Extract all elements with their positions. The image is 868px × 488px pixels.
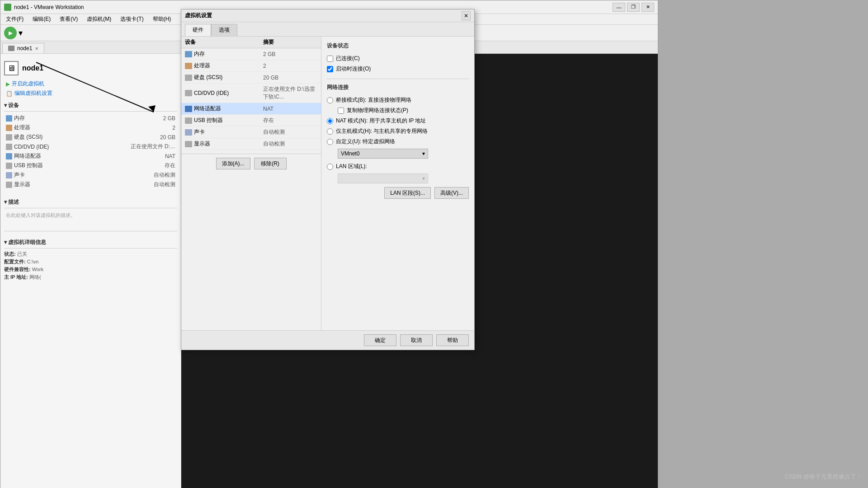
vm-info-title: ▾ 虚拟机详细信息 — [4, 235, 177, 249]
usb-list-icon — [185, 117, 192, 124]
nat-radio-row: NAT 模式(N): 用于共享主机的 IP 地址 — [327, 116, 469, 126]
dialog-close-button[interactable]: ✕ — [462, 11, 471, 20]
toolbar-dropdown[interactable]: ▾ — [19, 28, 23, 38]
action-edit-vm[interactable]: 📋 编辑虚拟机设置 — [4, 89, 177, 98]
connect-on-start-checkbox-row: 启动时连接(O) — [327, 64, 469, 74]
remove-device-button[interactable]: 移除(R) — [254, 158, 287, 169]
cpu-list-icon — [185, 63, 192, 69]
host-only-radio-row: 仅主机模式(H): 与主机共享的专用网络 — [327, 126, 469, 136]
device-item-usb[interactable]: USB 控制器 存在 — [181, 115, 321, 127]
network-list-icon — [185, 106, 192, 112]
custom-radio[interactable] — [327, 139, 333, 145]
sidebar-device-cpu: 处理器 2 — [4, 123, 177, 132]
lan-dropdown-arrow-icon: ▾ — [422, 175, 425, 182]
menu-file[interactable]: 文件(F) — [2, 14, 27, 24]
info-config: 配置文件: C:\vn — [4, 258, 177, 266]
lan-radio-row: LAN 区域(L): — [327, 161, 469, 172]
play-button[interactable]: ▶ — [4, 27, 17, 39]
add-device-button[interactable]: 添加(A)... — [216, 158, 250, 169]
menu-help[interactable]: 帮助(H) — [149, 14, 175, 24]
dialog-footer: 确定 取消 帮助 — [181, 330, 474, 350]
lan-dropdown-row: ▾ — [338, 174, 469, 183]
connected-checkbox[interactable] — [327, 56, 333, 62]
device-item-display[interactable]: 显示器 自动检测 — [181, 138, 321, 150]
nat-label: NAT 模式(N): 用于共享主机的 IP 地址 — [336, 117, 426, 125]
menu-vm[interactable]: 虚拟机(M) — [83, 14, 115, 24]
help-button[interactable]: 帮助 — [436, 334, 469, 346]
replicate-label: 复制物理网络连接状态(P) — [347, 107, 408, 114]
disk-list-icon — [185, 75, 192, 81]
bridge-radio[interactable] — [327, 97, 333, 103]
nat-radio[interactable] — [327, 118, 333, 124]
sidebar-device-disk: 硬盘 (SCSI) 20 GB — [4, 132, 177, 142]
network-icon — [6, 153, 12, 160]
dialog-title-bar: 虚拟机设置 ✕ — [181, 9, 474, 22]
minimize-button[interactable]: — — [613, 3, 625, 12]
host-only-radio[interactable] — [327, 128, 333, 135]
device-item-cdrom[interactable]: CD/DVD (IDE) 正在使用文件 D:\迅雷下轨\C... — [181, 84, 321, 103]
connect-on-start-checkbox[interactable] — [327, 66, 333, 72]
sidebar-device-cdrom: CD/DVD (IDE) 正在使用文件 D:… — [4, 142, 177, 151]
vm-icon: 🖥 — [4, 61, 19, 75]
sidebar-device-network: 网络适配器 NAT — [4, 151, 177, 161]
info-status: 状态: 已关 — [4, 250, 177, 258]
lan-segment-button[interactable]: LAN 区段(S)... — [384, 187, 431, 199]
lan-btn-row: LAN 区段(S)... 高级(V)... — [327, 187, 469, 199]
vm-name: node1 — [22, 64, 43, 72]
tab-node1[interactable]: node1 ✕ — [2, 43, 44, 53]
info-compat: 硬件兼容性: Work — [4, 266, 177, 273]
menu-edit[interactable]: 编辑(E) — [29, 14, 54, 24]
display-list-icon — [185, 141, 192, 147]
dialog-tab-options[interactable]: 选项 — [211, 24, 237, 36]
vm-header: 🖥 node1 — [4, 57, 177, 79]
cdrom-list-icon — [185, 90, 192, 96]
sidebar: 🖥 node1 ▶ 开启此虚拟机 📋 编辑虚拟机设置 ▾ 设备 内存 2 — [0, 54, 181, 488]
restore-button[interactable]: ❐ — [627, 3, 640, 12]
vm-info: ▾ 虚拟机详细信息 状态: 已关 配置文件: C:\vn 硬件兼容性: Work… — [4, 231, 177, 281]
dialog-body: 设备 摘要 内存 2 GB 处理器 2 硬盘 (SCSI) 20 GB — [181, 37, 474, 330]
network-connection-title: 网络连接 — [327, 84, 469, 91]
device-item-network[interactable]: 网络适配器 NAT — [181, 103, 321, 115]
action-start-vm[interactable]: ▶ 开启此虚拟机 — [4, 79, 177, 89]
tab-close-button[interactable]: ✕ — [35, 46, 38, 51]
settings-divider1 — [327, 79, 469, 79]
dialog-title: 虚拟机设置 — [185, 12, 462, 19]
bridge-radio-row: 桥接模式(B): 直接连接物理网络 — [327, 95, 469, 105]
close-button[interactable]: ✕ — [642, 3, 654, 12]
lan-radio[interactable] — [327, 164, 333, 170]
sound-list-icon — [185, 129, 192, 136]
connected-checkbox-row: 已连接(C) — [327, 53, 469, 64]
vm-settings-dialog: 虚拟机设置 ✕ 硬件 选项 设备 摘要 内存 2 GB 处理器 2 — [181, 9, 475, 350]
custom-radio-row: 自定义(U): 特定虚拟网络 — [327, 136, 469, 147]
device-item-sound[interactable]: 声卡 自动检测 — [181, 127, 321, 138]
replicate-checkbox[interactable] — [338, 108, 344, 114]
start-vm-label: 开启此虚拟机 — [12, 80, 44, 88]
cancel-button[interactable]: 取消 — [400, 334, 433, 346]
edit-vm-label: 编辑虚拟机设置 — [14, 89, 52, 97]
ok-button[interactable]: 确定 — [364, 334, 396, 346]
device-list-header: 设备 摘要 — [181, 37, 321, 48]
sidebar-device-display: 显示器 自动检测 — [4, 180, 177, 189]
device-item-disk[interactable]: 硬盘 (SCSI) 20 GB — [181, 72, 321, 84]
display-icon — [6, 182, 12, 188]
dialog-tab-hardware[interactable]: 硬件 — [185, 24, 211, 36]
tab-label: node1 — [17, 45, 32, 52]
device-item-memory[interactable]: 内存 2 GB — [181, 48, 321, 60]
custom-label: 自定义(U): 特定虚拟网络 — [336, 138, 395, 145]
description-area: 在此处键入对该虚拟机的描述。 — [4, 210, 177, 224]
menu-tabs[interactable]: 选项卡(T) — [117, 14, 147, 24]
menu-view[interactable]: 查看(V) — [56, 14, 81, 24]
host-only-label: 仅主机模式(H): 与主机共享的专用网络 — [336, 127, 428, 135]
connect-on-start-label: 启动时连接(O) — [336, 65, 371, 73]
settings-panel: 设备状态 已连接(C) 启动时连接(O) 网络连接 桥接模式(B): 直接连接物… — [321, 37, 474, 330]
disk-icon — [6, 134, 12, 141]
memory-list-icon — [185, 51, 192, 57]
vmnet-dropdown[interactable]: VMnet0 ▾ — [338, 149, 428, 159]
watermark: CSDN @徐子元竟然被占了 ↑ — [785, 473, 861, 481]
memory-icon — [6, 115, 12, 122]
sidebar-device-memory: 内存 2 GB — [4, 113, 177, 123]
device-action-buttons: 添加(A)... 移除(R) — [181, 154, 321, 173]
advanced-button[interactable]: 高级(V)... — [434, 187, 469, 199]
usb-icon — [6, 163, 12, 169]
device-item-cpu[interactable]: 处理器 2 — [181, 60, 321, 72]
